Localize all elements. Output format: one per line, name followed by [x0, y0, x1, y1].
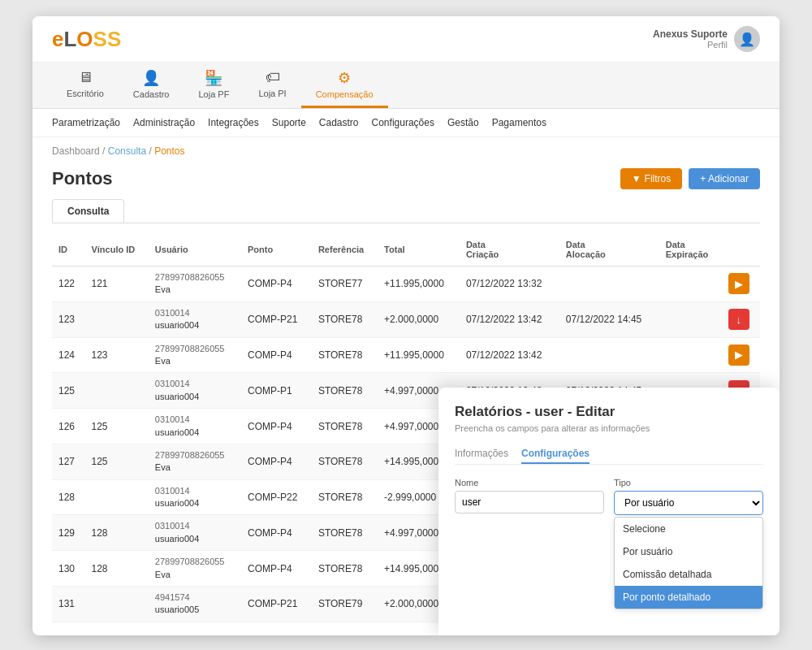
cell-data-expiracao [659, 301, 722, 337]
cell-vinculo: 123 [84, 337, 148, 373]
col-data-alocacao: DataAlocação [559, 233, 659, 266]
page-title: Pontos [52, 168, 113, 189]
tipo-label: Tipo [614, 478, 763, 488]
cell-usuario: 0310014 usuario004 [149, 515, 241, 551]
cell-ponto: COMP-P21 [241, 587, 312, 622]
header-actions: ▼ Filtros + Adicionar [620, 168, 760, 189]
nav-tab-loja-pi-label: Loja PI [258, 89, 286, 98]
nav-tab-loja-pf[interactable]: 🏪 Loja PF [184, 63, 244, 108]
col-referencia: Referência [312, 233, 378, 266]
nav-tabs: 🖥 Escritório 👤 Cadastro 🏪 Loja PF 🏷 Loja… [32, 63, 780, 109]
sub-nav-configuracoes[interactable]: Configurações [372, 114, 434, 132]
cell-vinculo: 125 [84, 409, 148, 444]
cell-vinculo: 128 [84, 515, 148, 551]
cell-action: ▶ [722, 337, 760, 373]
cell-usuario: 27899708826055 Eva [149, 266, 241, 302]
cell-vinculo [84, 587, 148, 622]
action-play-button[interactable]: ▶ [728, 273, 749, 294]
table-row: 122 121 27899708826055 Eva COMP-P4 STORE… [52, 266, 760, 302]
cell-id: 127 [52, 444, 84, 479]
breadcrumb: Dashboard / Consulta / Pontos [32, 137, 780, 165]
col-usuario: Usuário [149, 233, 241, 266]
cell-referencia: STORE78 [312, 515, 378, 551]
sub-nav-administracao[interactable]: Administração [133, 114, 195, 132]
nav-tab-escritorio[interactable]: 🖥 Escritório [52, 63, 119, 108]
cell-vinculo: 128 [84, 551, 148, 587]
cell-referencia: STORE78 [312, 301, 378, 337]
form-group-nome: Nome [455, 478, 604, 609]
cell-action: ↓ [722, 301, 760, 337]
form-row: Nome Tipo Selecione Por usuário Comissão… [455, 478, 763, 609]
nome-input[interactable] [455, 491, 604, 514]
sub-nav-parametrizacao[interactable]: Parametrização [52, 114, 120, 132]
cell-ponto: COMP-P22 [241, 479, 312, 515]
modal-tabs: Informações Configurações [455, 444, 763, 465]
cell-id: 128 [52, 479, 84, 515]
col-vinculo: Vínculo ID [84, 233, 148, 266]
cell-id: 126 [52, 409, 84, 444]
filter-icon: ▼ [632, 173, 641, 184]
cell-vinculo [84, 373, 148, 409]
cell-usuario: 27899708826055 Eva [149, 337, 241, 373]
dropdown-item-por-ponto[interactable]: Por ponto detalhado [615, 586, 762, 609]
cell-usuario: 0310014 usuario004 [149, 479, 241, 515]
dropdown-item-comissao[interactable]: Comissão detalhada [615, 563, 762, 586]
nav-tab-cadastro[interactable]: 👤 Cadastro [119, 63, 184, 108]
sub-nav: Parametrização Administração Integrações… [32, 109, 780, 137]
cell-data-alocacao [559, 266, 659, 302]
sub-nav-integracoes[interactable]: Integrações [208, 114, 259, 132]
filter-button[interactable]: ▼ Filtros [620, 168, 683, 189]
modal-tab-configuracoes[interactable]: Configurações [521, 444, 590, 464]
nav-tab-loja-pi[interactable]: 🏷 Loja PI [244, 63, 300, 108]
col-ponto: Ponto [241, 233, 312, 266]
cell-usuario: 0310014 usuario004 [149, 301, 241, 337]
cell-data-expiracao [659, 337, 722, 373]
action-play-button[interactable]: ▶ [728, 344, 749, 366]
cell-referencia: STORE78 [312, 409, 378, 444]
cell-ponto: COMP-P4 [241, 515, 312, 551]
cell-data-criacao: 07/12/2022 13:32 [460, 266, 559, 302]
dropdown-item-selecione[interactable]: Selecione [615, 518, 762, 540]
add-label: + Adicionar [700, 173, 749, 184]
sub-nav-cadastro[interactable]: Cadastro [319, 114, 359, 132]
modal-title: Relatórios - user - Editar [455, 404, 763, 420]
cell-referencia: STORE78 [312, 479, 378, 515]
add-button[interactable]: + Adicionar [689, 168, 760, 189]
table-row: 123 0310014 usuario004 COMP-P21 STORE78 … [52, 301, 760, 337]
breadcrumb-consulta[interactable]: Consulta [108, 145, 146, 157]
filter-label: Filtros [645, 173, 672, 184]
tipo-select[interactable]: Selecione Por usuário Comissão detalhada… [614, 491, 763, 515]
sub-nav-gestao[interactable]: Gestão [447, 114, 479, 132]
cell-ponto: COMP-P4 [241, 409, 312, 444]
avatar: 👤 [734, 26, 760, 52]
modal-tab-informacoes[interactable]: Informações [455, 444, 508, 464]
cell-id: 124 [52, 337, 84, 373]
tab-consulta[interactable]: Consulta [52, 199, 124, 223]
cell-vinculo [84, 479, 148, 515]
user-role: Perfil [653, 40, 728, 50]
logo-ss: SS [93, 27, 122, 52]
app-logo: eLOSS [52, 27, 121, 52]
col-data-criacao: DataCriação [460, 233, 559, 266]
cell-id: 130 [52, 551, 84, 587]
cell-vinculo: 125 [84, 444, 148, 479]
cell-id: 129 [52, 515, 84, 551]
action-down-button[interactable]: ↓ [728, 309, 749, 330]
cell-id: 122 [52, 266, 84, 302]
tab-bar: Consulta [52, 199, 760, 223]
cell-id: 123 [52, 301, 84, 337]
sub-nav-suporte[interactable]: Suporte [272, 114, 306, 132]
cell-ponto: COMP-P4 [241, 266, 312, 302]
dropdown-item-por-usuario[interactable]: Por usuário [615, 540, 762, 563]
cell-data-criacao: 07/12/2022 13:42 [460, 301, 559, 337]
sub-nav-pagamentos[interactable]: Pagamentos [492, 114, 546, 132]
cell-ponto: COMP-P4 [241, 551, 312, 587]
cell-ponto: COMP-P4 [241, 444, 312, 479]
cell-usuario: 0310014 usuario004 [149, 409, 241, 444]
user-info: Anexus Suporte Perfil 👤 [653, 26, 760, 52]
cell-referencia: STORE78 [312, 551, 378, 587]
compensacao-icon: ⚙ [338, 69, 351, 87]
nav-tab-compensacao[interactable]: ⚙ Compensação [301, 63, 388, 108]
cell-data-alocacao: 07/12/2022 14:45 [559, 301, 659, 337]
cell-vinculo: 121 [84, 266, 148, 302]
